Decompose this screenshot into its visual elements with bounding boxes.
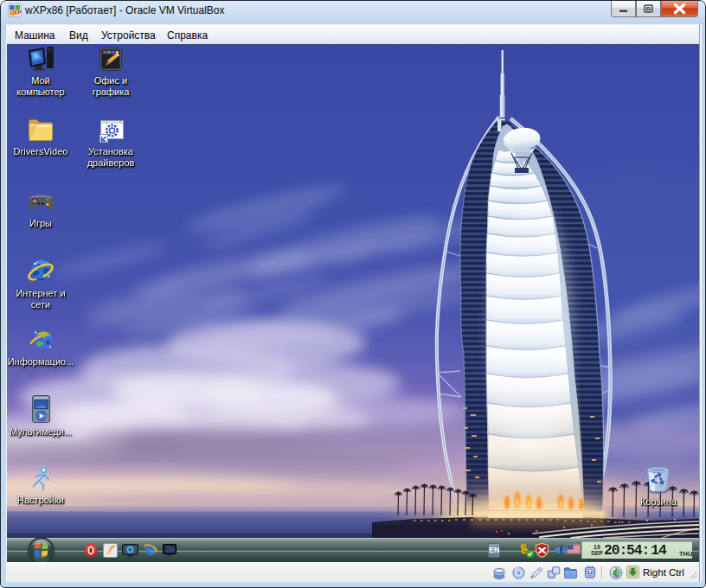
svg-text:XP: XP xyxy=(14,10,22,16)
